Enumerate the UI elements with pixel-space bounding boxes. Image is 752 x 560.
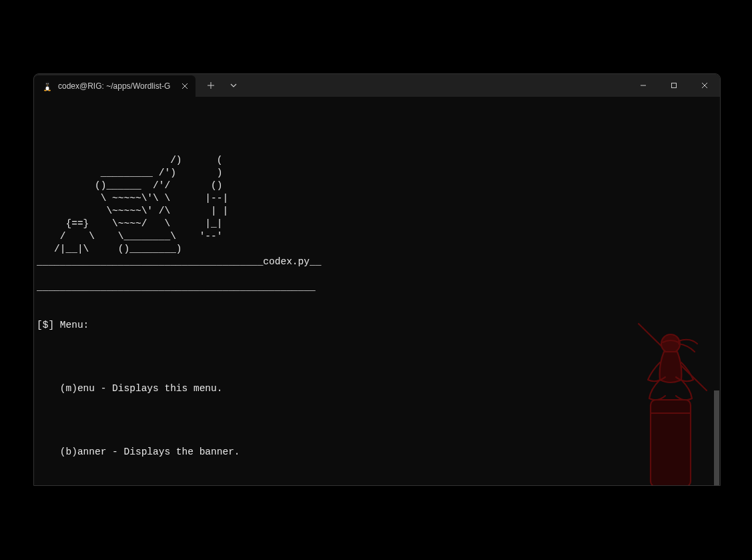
scrollbar-thumb[interactable] — [714, 390, 719, 485]
blank-line — [37, 344, 717, 357]
svg-point-8 — [48, 90, 51, 91]
terminal-tab[interactable]: codex@RIG: ~/apps/Wordlist-G — [34, 75, 196, 97]
svg-rect-9 — [672, 83, 677, 88]
svg-point-6 — [48, 83, 49, 84]
terminal-window: codex@RIG: ~/apps/Wordlist-G — [33, 73, 721, 486]
linux-penguin-icon — [42, 81, 53, 91]
svg-point-2 — [46, 87, 49, 91]
new-tab-button[interactable] — [200, 74, 222, 97]
minimize-button[interactable] — [628, 74, 659, 97]
tab-title: codex@RIG: ~/apps/Wordlist-G — [58, 81, 174, 91]
menu-header: [$] Menu: — [37, 319, 717, 332]
terminal-body[interactable]: /) ( _________ /') ) ()______ /'/ () \ ~… — [34, 97, 720, 485]
tab-actions — [196, 74, 245, 97]
title-bar-drag-area[interactable] — [245, 74, 628, 97]
close-window-button[interactable] — [689, 74, 720, 97]
svg-point-7 — [44, 90, 47, 91]
tab-dropdown-button[interactable] — [222, 74, 245, 97]
window-controls — [628, 74, 720, 97]
svg-line-10 — [639, 324, 707, 390]
menu-item-menu: (m)enu - Displays this menu. — [37, 382, 717, 395]
svg-rect-12 — [651, 400, 691, 485]
title-bar: codex@RIG: ~/apps/Wordlist-G — [34, 74, 720, 97]
tab-close-button[interactable] — [179, 81, 190, 91]
menu-item-banner: (b)anner - Displays the banner. — [37, 446, 717, 459]
maximize-button[interactable] — [659, 74, 689, 97]
ascii-banner: /) ( _________ /') ) ()______ /'/ () \ ~… — [37, 154, 717, 294]
svg-point-5 — [47, 83, 47, 84]
ninja-background-art — [612, 318, 719, 485]
